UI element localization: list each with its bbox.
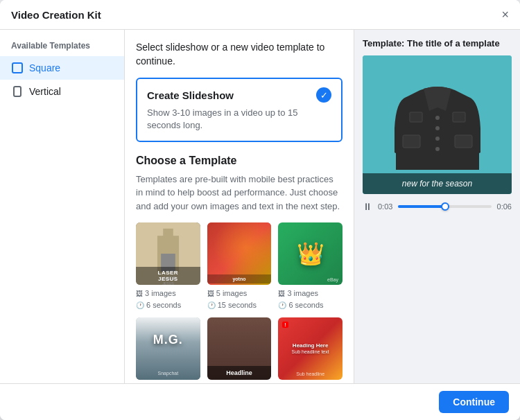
sidebar-vertical-label: Vertical xyxy=(29,86,61,97)
template-5-visual: Headline xyxy=(207,317,272,380)
template-6-visual: ! Heading HereSub headline text Sub head… xyxy=(278,317,343,380)
slideshow-title: Create Slideshow xyxy=(147,89,234,101)
svg-rect-3 xyxy=(455,135,472,148)
template-thumb-1: LASERJESUS xyxy=(136,222,200,285)
preview-title: Template: The title of a template xyxy=(363,38,512,49)
svg-rect-1 xyxy=(14,87,21,96)
slideshow-check: ✓ xyxy=(316,87,331,103)
progress-fill xyxy=(398,205,444,208)
template-item-4[interactable]: M.G. Snapchat 5 images 15 seconds xyxy=(136,317,200,383)
template-item-6[interactable]: ! Heading HereSub headline text Sub head… xyxy=(278,317,343,383)
template-item-3[interactable]: 👑 eBay 3 images 6 seconds xyxy=(278,222,343,310)
sidebar-square-label: Square xyxy=(29,62,60,73)
template-3-label: 3 images 6 seconds xyxy=(278,288,343,310)
modal: Video Creation Kit × Available Templates… xyxy=(0,0,520,420)
template-3-visual: 👑 eBay xyxy=(278,222,343,285)
svg-rect-4 xyxy=(410,112,422,122)
template-2-photo-icon xyxy=(207,289,214,297)
templates-section-desc: Templates are pre-built with mobile best… xyxy=(136,173,343,213)
preview-caption: new for the season xyxy=(363,173,512,194)
modal-title: Video Creation Kit xyxy=(11,9,101,21)
template-4-visual: M.G. Snapchat xyxy=(136,317,200,380)
svg-point-7 xyxy=(435,126,440,130)
template-3-photo-icon xyxy=(278,289,285,297)
template-2-visual: yotno xyxy=(207,222,272,285)
preview-image: new for the season xyxy=(363,55,512,194)
jacket-svg xyxy=(389,62,486,173)
slideshow-card-header: Create Slideshow ✓ xyxy=(147,87,331,103)
modal-header: Video Creation Kit × xyxy=(0,0,520,30)
template-1-clock-icon xyxy=(136,301,144,309)
template-item-2[interactable]: yotno 5 images 15 seconds xyxy=(207,222,272,310)
template-1-photo-icon xyxy=(136,289,143,297)
sidebar: Available Templates Square Vertical xyxy=(0,30,125,383)
close-button[interactable]: × xyxy=(501,8,509,21)
template-2-label: 5 images 15 seconds xyxy=(207,288,272,310)
svg-point-6 xyxy=(435,116,440,120)
progress-handle[interactable] xyxy=(441,202,449,211)
time-current: 0:03 xyxy=(378,202,392,211)
progress-bar[interactable] xyxy=(398,205,491,208)
preview-controls: ⏸ 0:03 0:06 xyxy=(363,201,512,212)
sidebar-item-square[interactable]: Square xyxy=(0,56,124,80)
modal-body: Available Templates Square Vertical xyxy=(0,30,520,383)
template-3-clock-icon xyxy=(278,301,286,309)
template-item-5[interactable]: Headline 1 images 9 seconds xyxy=(207,317,272,383)
main-description: Select slideshow or a new video template… xyxy=(136,41,343,68)
continue-button[interactable]: Continue xyxy=(439,391,509,413)
template-item-1[interactable]: LASERJESUS 3 images 6 seconds xyxy=(136,222,200,310)
modal-footer: Continue xyxy=(0,383,520,420)
svg-point-9 xyxy=(435,147,440,151)
svg-rect-5 xyxy=(453,112,465,122)
templates-grid: LASERJESUS 3 images 6 seconds xyxy=(136,222,343,383)
svg-rect-0 xyxy=(12,63,22,73)
svg-point-8 xyxy=(435,137,440,141)
template-1-label: 3 images 6 seconds xyxy=(136,288,200,310)
preview-panel: Template: The title of a template xyxy=(354,30,520,383)
square-icon xyxy=(11,62,24,74)
svg-rect-2 xyxy=(403,135,420,148)
slideshow-desc: Show 3-10 images in a video up to 15 sec… xyxy=(147,107,331,132)
sidebar-item-vertical[interactable]: Vertical xyxy=(0,80,124,103)
template-2-clock-icon xyxy=(207,301,216,309)
jacket-area: new for the season xyxy=(363,55,512,194)
time-total: 0:06 xyxy=(497,202,512,211)
template-thumb-4: M.G. Snapchat xyxy=(136,317,200,380)
main-content: Select slideshow or a new video template… xyxy=(125,30,354,383)
template-thumb-5: Headline xyxy=(207,317,272,380)
template-thumb-6: ! Heading HereSub headline text Sub head… xyxy=(278,317,343,380)
slideshow-card[interactable]: Create Slideshow ✓ Show 3-10 images in a… xyxy=(136,78,343,141)
pause-button[interactable]: ⏸ xyxy=(363,201,372,212)
template-1-caption: LASERJESUS xyxy=(136,267,200,285)
vertical-icon xyxy=(11,85,24,98)
template-thumb-3: 👑 eBay xyxy=(278,222,343,285)
sidebar-section-title: Available Templates xyxy=(0,41,124,56)
template-thumb-2: yotno xyxy=(207,222,272,285)
templates-section-title: Choose a Template xyxy=(136,155,343,167)
